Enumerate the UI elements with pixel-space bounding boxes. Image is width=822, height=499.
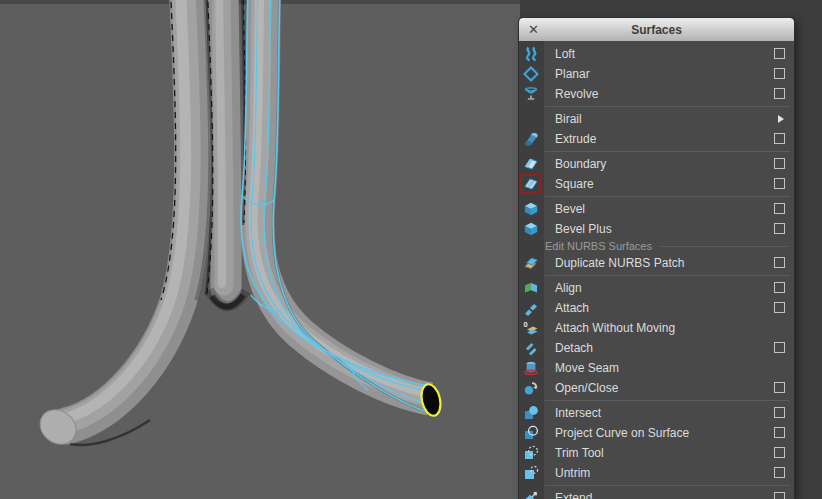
intersect-icon — [522, 405, 539, 421]
menu-item-extrude[interactable]: Extrude — [519, 129, 794, 149]
boundary-icon — [522, 156, 539, 172]
attach-without-moving-icon: 0 — [522, 320, 539, 336]
menu-item-bevel[interactable]: Bevel — [519, 199, 794, 219]
menu-item-birail[interactable]: Birail — [519, 109, 794, 129]
menu-item-square[interactable]: Square — [519, 174, 794, 194]
menu-item-move-seam[interactable]: Move Seam — [519, 358, 794, 378]
menu-item-label: Boundary — [555, 157, 606, 171]
menu-list: LoftPlanarRevolveBirailExtrudeBoundarySq… — [519, 41, 794, 499]
menu-item-label: Align — [555, 281, 582, 295]
option-box[interactable] — [774, 447, 785, 458]
detach-icon — [522, 340, 539, 356]
option-box[interactable] — [774, 302, 785, 313]
panel-titlebar[interactable]: ✕ Surfaces — [519, 18, 794, 41]
section-header-line — [660, 246, 788, 247]
menu-item-label: Detach — [555, 341, 593, 355]
section-header-edit-nurbs-surfaces: Edit NURBS Surfaces — [519, 239, 794, 253]
menu-item-label: Extrude — [555, 132, 596, 146]
menu-item-label: Extend — [555, 491, 592, 499]
separator-line — [545, 275, 790, 276]
menu-item-label: Intersect — [555, 406, 601, 420]
menu-item-label: Planar — [555, 67, 590, 81]
option-box[interactable] — [774, 427, 785, 438]
extrude-icon — [522, 131, 539, 147]
menu-item-project-curve-on-surface[interactable]: Project Curve on Surface — [519, 423, 794, 443]
menu-item-attach-without-moving[interactable]: 0Attach Without Moving — [519, 318, 794, 338]
menu-item-label: Bevel Plus — [555, 222, 612, 236]
option-box[interactable] — [774, 158, 785, 169]
bevel-plus-icon — [522, 221, 539, 237]
option-box[interactable] — [774, 203, 785, 214]
option-box[interactable] — [774, 492, 785, 499]
menu-item-boundary[interactable]: Boundary — [519, 154, 794, 174]
menu-item-label: Attach — [555, 301, 589, 315]
project-curve-on-surface-icon — [522, 425, 539, 441]
viewport-3d[interactable] — [0, 0, 520, 499]
open-close-icon — [522, 380, 539, 396]
close-icon[interactable]: ✕ — [528, 18, 539, 41]
submenu-arrow-icon — [778, 115, 784, 123]
duplicate-nurbs-patch-icon — [522, 255, 539, 271]
option-box[interactable] — [774, 407, 785, 418]
square-icon — [522, 176, 539, 192]
move-seam-icon — [522, 360, 539, 376]
menu-item-label: Untrim — [555, 466, 590, 480]
menu-item-label: Duplicate NURBS Patch — [555, 256, 684, 270]
section-header-label: Edit NURBS Surfaces — [545, 240, 652, 252]
extend-icon — [522, 490, 539, 499]
menu-item-label: Project Curve on Surface — [555, 426, 689, 440]
no-icon — [522, 111, 539, 127]
menu-item-label: Attach Without Moving — [555, 321, 675, 335]
menu-item-duplicate-nurbs-patch[interactable]: Duplicate NURBS Patch — [519, 253, 794, 273]
option-box[interactable] — [774, 88, 785, 99]
menu-item-label: Square — [555, 177, 594, 191]
option-box[interactable] — [774, 133, 785, 144]
menu-item-trim-tool[interactable]: Trim Tool — [519, 443, 794, 463]
option-box[interactable] — [774, 48, 785, 59]
revolve-icon — [522, 86, 539, 102]
option-box[interactable] — [774, 257, 785, 268]
menu-item-loft[interactable]: Loft — [519, 44, 794, 64]
option-box[interactable] — [774, 223, 785, 234]
surfaces-panel: ✕ Surfaces LoftPlanarRevolveBirailExtrud… — [519, 18, 794, 499]
planar-icon — [522, 66, 539, 82]
menu-item-open-close[interactable]: Open/Close — [519, 378, 794, 398]
svg-text:0: 0 — [523, 320, 527, 329]
separator-line — [545, 485, 790, 486]
menu-item-label: Revolve — [555, 87, 598, 101]
menu-item-intersect[interactable]: Intersect — [519, 403, 794, 423]
separator-line — [545, 196, 790, 197]
untrim-icon — [522, 465, 539, 481]
menu-item-revolve[interactable]: Revolve — [519, 84, 794, 104]
menu-item-detach[interactable]: Detach — [519, 338, 794, 358]
option-box[interactable] — [774, 178, 785, 189]
option-box[interactable] — [774, 68, 785, 79]
option-box[interactable] — [774, 467, 785, 478]
option-box[interactable] — [774, 342, 785, 353]
menu-item-attach[interactable]: Attach — [519, 298, 794, 318]
align-icon — [522, 280, 539, 296]
menu-item-planar[interactable]: Planar — [519, 64, 794, 84]
attach-icon — [522, 300, 539, 316]
menu-item-label: Bevel — [555, 202, 585, 216]
menu-item-bevel-plus[interactable]: Bevel Plus — [519, 219, 794, 239]
bevel-icon — [522, 201, 539, 217]
maya-workspace: ✕ Surfaces LoftPlanarRevolveBirailExtrud… — [0, 0, 822, 499]
trim-tool-icon — [522, 445, 539, 461]
separator-line — [545, 400, 790, 401]
separator-line — [545, 106, 790, 107]
menu-item-label: Loft — [555, 47, 575, 61]
menu-item-label: Trim Tool — [555, 446, 604, 460]
loft-icon — [522, 46, 539, 62]
panel-title: Surfaces — [631, 23, 682, 37]
option-box[interactable] — [774, 382, 785, 393]
separator-line — [545, 151, 790, 152]
menu-item-label: Birail — [555, 112, 582, 126]
menu-item-untrim[interactable]: Untrim — [519, 463, 794, 483]
menu-item-extend[interactable]: Extend — [519, 488, 794, 499]
menu-item-label: Move Seam — [555, 361, 619, 375]
menu-item-align[interactable]: Align — [519, 278, 794, 298]
option-box[interactable] — [774, 282, 785, 293]
menu-item-label: Open/Close — [555, 381, 618, 395]
